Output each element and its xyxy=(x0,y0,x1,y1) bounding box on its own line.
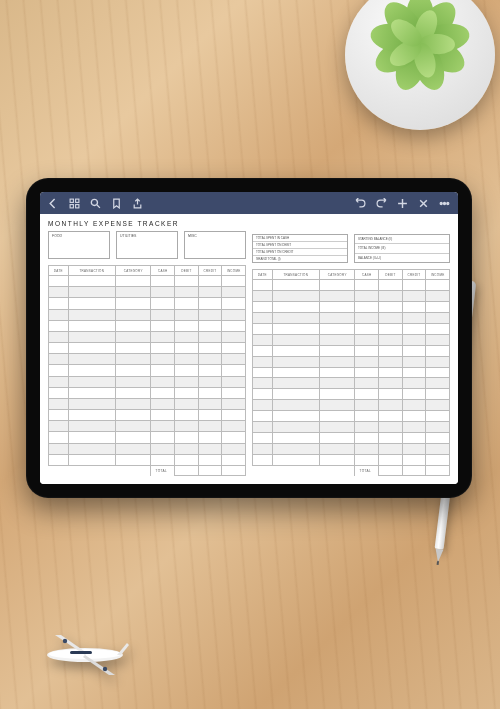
table-cell[interactable] xyxy=(222,443,246,454)
table-cell[interactable] xyxy=(68,309,115,320)
table-row[interactable] xyxy=(49,398,246,409)
table-cell[interactable] xyxy=(272,433,319,444)
table-cell[interactable] xyxy=(115,387,150,398)
table-cell[interactable] xyxy=(253,280,273,291)
table-cell[interactable] xyxy=(355,378,379,389)
table-cell[interactable] xyxy=(355,323,379,334)
share-icon[interactable] xyxy=(132,198,143,209)
table-cell[interactable] xyxy=(175,376,199,387)
table-cell[interactable] xyxy=(175,387,199,398)
table-cell[interactable] xyxy=(198,331,222,342)
table-cell[interactable] xyxy=(272,378,319,389)
table-cell[interactable] xyxy=(379,422,403,433)
table-cell[interactable] xyxy=(68,410,115,421)
table-row[interactable] xyxy=(49,276,246,287)
table-cell[interactable] xyxy=(426,280,450,291)
table-cell[interactable] xyxy=(68,432,115,443)
table-cell[interactable] xyxy=(319,411,354,422)
table-cell[interactable] xyxy=(253,422,273,433)
table-cell[interactable] xyxy=(426,400,450,411)
table-cell[interactable] xyxy=(151,287,175,298)
table-cell[interactable] xyxy=(426,367,450,378)
table-cell[interactable] xyxy=(49,331,69,342)
table-cell[interactable] xyxy=(426,444,450,455)
category-box-misc[interactable]: MISC xyxy=(184,231,246,259)
table-cell[interactable] xyxy=(222,331,246,342)
table-cell[interactable] xyxy=(68,376,115,387)
table-cell[interactable] xyxy=(49,298,69,309)
table-cell[interactable] xyxy=(151,343,175,354)
table-cell[interactable] xyxy=(175,365,199,376)
table-cell[interactable] xyxy=(115,365,150,376)
ledger-table-left[interactable]: DATETRANSACTIONCATEGORYCASHDEBITCREDITIN… xyxy=(48,265,246,476)
table-cell[interactable] xyxy=(355,345,379,356)
table-cell[interactable] xyxy=(198,387,222,398)
table-cell[interactable] xyxy=(426,334,450,345)
table-cell[interactable] xyxy=(253,455,273,466)
table-cell[interactable] xyxy=(49,309,69,320)
table-cell[interactable] xyxy=(68,320,115,331)
table-cell[interactable] xyxy=(319,389,354,400)
table-cell[interactable] xyxy=(253,290,273,301)
table-cell[interactable] xyxy=(49,276,69,287)
table-cell[interactable] xyxy=(49,443,69,454)
table-cell[interactable] xyxy=(319,301,354,312)
table-cell[interactable] xyxy=(426,378,450,389)
table-cell[interactable] xyxy=(355,433,379,444)
table-cell[interactable] xyxy=(198,443,222,454)
table-cell[interactable] xyxy=(253,301,273,312)
table-cell[interactable] xyxy=(151,443,175,454)
table-cell[interactable] xyxy=(272,280,319,291)
table-cell[interactable] xyxy=(175,287,199,298)
table-cell[interactable] xyxy=(426,312,450,323)
table-cell[interactable] xyxy=(355,444,379,455)
table-cell[interactable] xyxy=(175,410,199,421)
table-row[interactable] xyxy=(253,444,450,455)
table-row[interactable] xyxy=(253,356,450,367)
table-cell[interactable] xyxy=(151,298,175,309)
table-cell[interactable] xyxy=(49,354,69,365)
table-row[interactable] xyxy=(49,287,246,298)
table-cell[interactable] xyxy=(402,356,426,367)
table-cell[interactable] xyxy=(222,354,246,365)
table-cell[interactable] xyxy=(379,345,403,356)
table-cell[interactable] xyxy=(402,290,426,301)
table-cell[interactable] xyxy=(68,454,115,465)
table-cell[interactable] xyxy=(253,356,273,367)
table-cell[interactable] xyxy=(355,367,379,378)
more-icon[interactable] xyxy=(439,198,450,209)
table-cell[interactable] xyxy=(49,387,69,398)
table-cell[interactable] xyxy=(272,323,319,334)
table-cell[interactable] xyxy=(175,320,199,331)
table-cell[interactable] xyxy=(198,410,222,421)
table-row[interactable] xyxy=(253,345,450,356)
undo-icon[interactable] xyxy=(355,198,366,209)
table-row[interactable] xyxy=(253,323,450,334)
table-row[interactable] xyxy=(253,389,450,400)
table-cell[interactable] xyxy=(402,378,426,389)
table-cell[interactable] xyxy=(115,320,150,331)
table-cell[interactable] xyxy=(379,367,403,378)
table-cell[interactable] xyxy=(272,334,319,345)
table-cell[interactable] xyxy=(379,356,403,367)
table-cell[interactable] xyxy=(198,421,222,432)
table-cell[interactable] xyxy=(151,410,175,421)
table-cell[interactable] xyxy=(272,411,319,422)
table-cell[interactable] xyxy=(402,400,426,411)
table-cell[interactable] xyxy=(222,309,246,320)
table-cell[interactable] xyxy=(319,323,354,334)
table-cell[interactable] xyxy=(272,422,319,433)
table-cell[interactable] xyxy=(68,343,115,354)
table-cell[interactable] xyxy=(49,410,69,421)
table-cell[interactable] xyxy=(115,443,150,454)
table-cell[interactable] xyxy=(402,411,426,422)
table-cell[interactable] xyxy=(253,411,273,422)
table-cell[interactable] xyxy=(198,398,222,409)
table-cell[interactable] xyxy=(355,422,379,433)
table-cell[interactable] xyxy=(175,354,199,365)
table-row[interactable] xyxy=(49,443,246,454)
table-cell[interactable] xyxy=(319,400,354,411)
table-cell[interactable] xyxy=(319,290,354,301)
table-cell[interactable] xyxy=(115,410,150,421)
table-cell[interactable] xyxy=(355,301,379,312)
